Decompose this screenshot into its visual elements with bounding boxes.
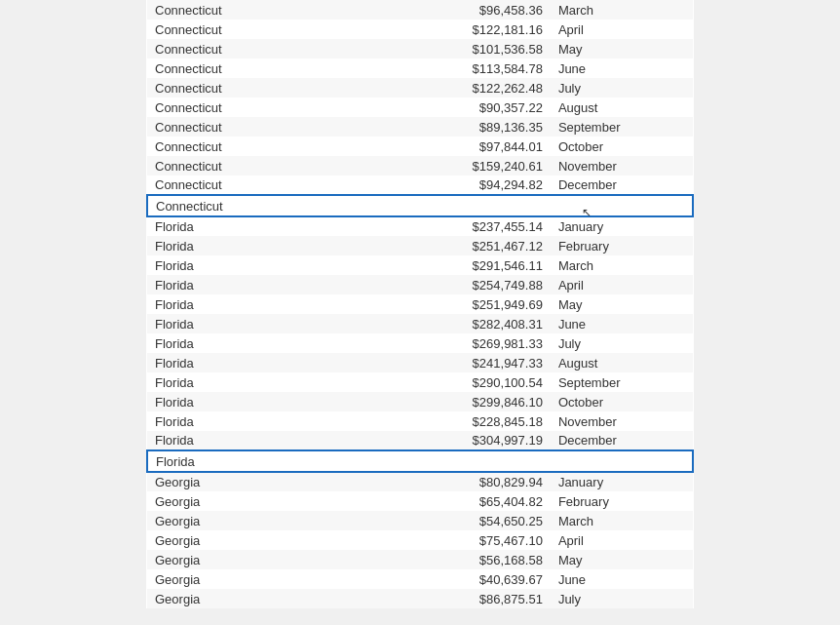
state-cell: Florida: [147, 314, 384, 333]
state-cell: Connecticut: [147, 195, 384, 216]
state-cell: Connecticut: [147, 0, 384, 20]
month-cell: June: [551, 314, 693, 333]
table-row[interactable]: Florida$251,949.69May: [147, 294, 693, 314]
month-cell: May: [551, 550, 693, 569]
amount-cell: $122,181.16: [384, 20, 550, 39]
amount-cell: $237,455.14: [384, 216, 550, 236]
amount-cell: $97,844.01: [384, 137, 550, 156]
amount-cell[interactable]: [384, 450, 550, 472]
state-cell: Georgia: [147, 472, 384, 491]
table-row[interactable]: Florida$304,997.19December: [147, 431, 693, 450]
amount-cell: $113,584.78: [384, 59, 550, 78]
amount-cell: $40,639.67: [384, 569, 550, 589]
table-row[interactable]: Georgia$40,639.67June: [147, 569, 693, 589]
state-cell: Georgia: [147, 511, 384, 530]
state-cell: Connecticut: [147, 156, 384, 176]
month-cell: March: [551, 511, 693, 530]
month-cell: June: [551, 59, 693, 78]
state-cell: Florida: [147, 411, 384, 431]
month-cell: May: [551, 294, 693, 314]
month-cell: August: [551, 98, 693, 117]
table-row[interactable]: Connecticut$122,181.16April: [147, 20, 693, 39]
month-cell: August: [551, 353, 693, 372]
month-cell: September: [551, 117, 693, 137]
state-cell: Florida: [147, 255, 384, 275]
table-row[interactable]: Florida$241,947.33August: [147, 353, 693, 372]
state-cell: Georgia: [147, 530, 384, 550]
table-row[interactable]: Connecticut$159,240.61November: [147, 156, 693, 176]
month-cell: July: [551, 78, 693, 98]
amount-cell: $241,947.33: [384, 353, 550, 372]
table-row[interactable]: Georgia$86,875.51July: [147, 589, 693, 608]
table-row[interactable]: Florida$228,845.18November: [147, 411, 693, 431]
table-row[interactable]: Florida$269,981.33July: [147, 333, 693, 353]
month-cell: July: [551, 589, 693, 608]
data-table: Connecticut$96,458.36MarchConnecticut$12…: [146, 0, 694, 608]
month-cell: October: [551, 137, 693, 156]
amount-cell: $54,650.25: [384, 511, 550, 530]
amount-cell: $299,846.10: [384, 392, 550, 411]
table-row[interactable]: Florida$282,408.31June: [147, 314, 693, 333]
amount-cell: $101,536.58: [384, 39, 550, 59]
state-cell: Florida: [147, 392, 384, 411]
table-row[interactable]: Georgia$54,650.25March: [147, 511, 693, 530]
amount-cell: $65,404.82: [384, 491, 550, 511]
state-cell: Connecticut: [147, 20, 384, 39]
table-row[interactable]: Georgia$65,404.82February: [147, 491, 693, 511]
state-cell: Connecticut: [147, 78, 384, 98]
month-cell: September: [551, 372, 693, 392]
month-cell: March: [551, 0, 693, 20]
state-cell: Florida: [147, 431, 384, 450]
month-cell: [551, 195, 693, 216]
month-cell: November: [551, 156, 693, 176]
table-row[interactable]: Connecticut$97,844.01October: [147, 137, 693, 156]
table-row[interactable]: Florida$291,546.11March: [147, 255, 693, 275]
amount-cell: $159,240.61: [384, 156, 550, 176]
month-cell: May: [551, 39, 693, 59]
month-cell: [551, 450, 693, 472]
state-cell: Connecticut: [147, 137, 384, 156]
amount-cell: $89,136.35: [384, 117, 550, 137]
state-cell: Connecticut: [147, 176, 384, 195]
table-row[interactable]: Florida$237,455.14January: [147, 216, 693, 236]
month-cell: March: [551, 255, 693, 275]
table-row[interactable]: Florida: [147, 450, 693, 472]
table-row[interactable]: Florida$290,100.54September: [147, 372, 693, 392]
amount-cell: $122,262.48: [384, 78, 550, 98]
table-row[interactable]: Georgia$80,829.94January: [147, 472, 693, 491]
state-cell: Florida: [147, 294, 384, 314]
amount-cell[interactable]: ↖: [384, 195, 550, 216]
month-cell: January: [551, 472, 693, 491]
state-cell: Florida: [147, 216, 384, 236]
table-row[interactable]: Connecticut$90,357.22August: [147, 98, 693, 117]
amount-cell: $251,949.69: [384, 294, 550, 314]
state-cell: Florida: [147, 236, 384, 255]
table-row[interactable]: Connecticut$96,458.36March: [147, 0, 693, 20]
amount-cell: $304,997.19: [384, 431, 550, 450]
month-cell: April: [551, 20, 693, 39]
amount-cell: $269,981.33: [384, 333, 550, 353]
table-row[interactable]: Connecticut$89,136.35September: [147, 117, 693, 137]
state-cell: Connecticut: [147, 39, 384, 59]
amount-cell: $86,875.51: [384, 589, 550, 608]
table-row[interactable]: Connecticut↖: [147, 195, 693, 216]
table-row[interactable]: Georgia$56,168.58May: [147, 550, 693, 569]
amount-cell: $75,467.10: [384, 530, 550, 550]
table-row[interactable]: Connecticut$122,262.48July: [147, 78, 693, 98]
month-cell: July: [551, 333, 693, 353]
table-row[interactable]: Connecticut$113,584.78June: [147, 59, 693, 78]
amount-cell: $282,408.31: [384, 314, 550, 333]
state-cell: Florida: [147, 450, 384, 472]
table-row[interactable]: Florida$254,749.88April: [147, 275, 693, 294]
month-cell: December: [551, 176, 693, 195]
main-table-container: Connecticut$96,458.36MarchConnecticut$12…: [146, 0, 694, 608]
amount-cell: $90,357.22: [384, 98, 550, 117]
table-row[interactable]: Connecticut$94,294.82December: [147, 176, 693, 195]
table-row[interactable]: Connecticut$101,536.58May: [147, 39, 693, 59]
amount-cell: $96,458.36: [384, 0, 550, 20]
month-cell: April: [551, 275, 693, 294]
table-row[interactable]: Florida$251,467.12February: [147, 236, 693, 255]
state-cell: Connecticut: [147, 98, 384, 117]
table-row[interactable]: Georgia$75,467.10April: [147, 530, 693, 550]
table-row[interactable]: Florida$299,846.10October: [147, 392, 693, 411]
